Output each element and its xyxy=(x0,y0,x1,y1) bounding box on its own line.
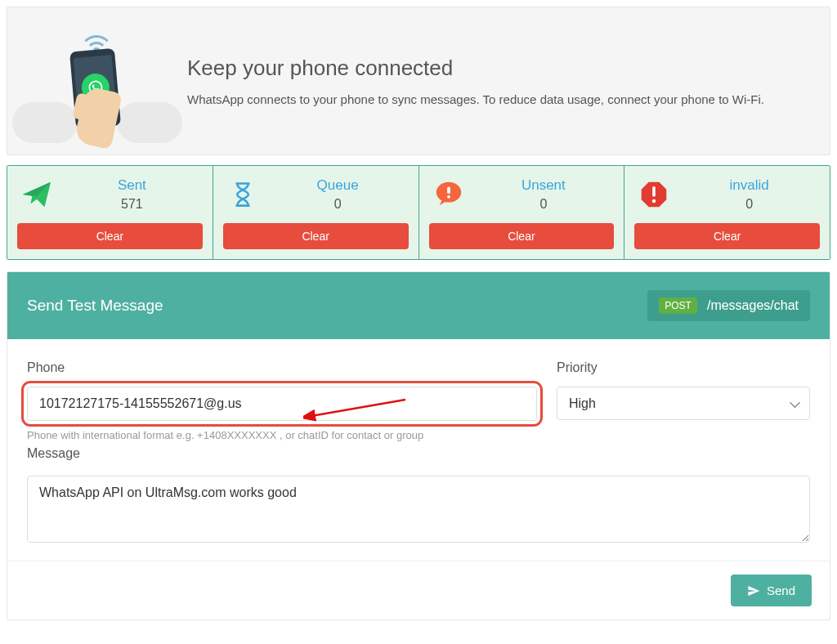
stat-value: 571 xyxy=(65,197,199,212)
svg-rect-4 xyxy=(652,186,656,197)
phone-label: Phone xyxy=(27,360,537,375)
stats-row: Sent 571 Clear Queue 0 Clear Unsent 0 xyxy=(7,165,830,260)
svg-point-5 xyxy=(652,199,656,203)
clear-button[interactable]: Clear xyxy=(17,223,203,249)
message-textarea[interactable] xyxy=(27,476,810,543)
endpoint-box: POST /messages/chat xyxy=(647,290,810,321)
phone-input[interactable] xyxy=(27,387,537,421)
hourglass-icon xyxy=(226,178,259,211)
svg-rect-1 xyxy=(447,187,450,195)
send-test-message-panel: Send Test Message POST /messages/chat Ph… xyxy=(7,271,830,620)
phone-help-text: Phone with international format e.g. +14… xyxy=(27,429,537,441)
banner-title: Keep your phone connected xyxy=(187,56,764,81)
priority-field-group: Priority High xyxy=(557,360,810,441)
phone-illustration xyxy=(32,24,163,138)
stat-title: Sent xyxy=(65,177,199,194)
clear-button[interactable]: Clear xyxy=(634,223,820,249)
phone-field-group: Phone Phone with international format e.… xyxy=(27,360,537,441)
panel-footer: Send xyxy=(7,561,830,619)
paper-plane-icon xyxy=(747,584,760,597)
send-button-label: Send xyxy=(767,584,795,597)
send-button[interactable]: Send xyxy=(731,575,812,606)
stop-icon xyxy=(638,178,670,211)
panel-header: Send Test Message POST /messages/chat xyxy=(7,272,830,339)
clear-button[interactable]: Clear xyxy=(429,223,615,249)
clear-button[interactable]: Clear xyxy=(223,223,409,249)
paper-plane-icon xyxy=(20,178,53,211)
stat-title: Queue xyxy=(271,177,405,194)
stat-card-unsent: Unsent 0 Clear xyxy=(419,166,625,259)
message-label: Message xyxy=(27,446,810,461)
stat-value: 0 xyxy=(477,197,611,212)
stat-title: Unsent xyxy=(477,177,611,194)
stat-value: 0 xyxy=(682,197,817,212)
stat-card-queue: Queue 0 Clear xyxy=(213,166,419,259)
alert-bubble-icon xyxy=(432,178,465,211)
priority-select[interactable]: High xyxy=(557,387,810,420)
stat-card-sent: Sent 571 Clear xyxy=(7,166,213,259)
connection-banner: Keep your phone connected WhatsApp conne… xyxy=(7,7,830,155)
stat-card-invalid: invalid 0 Clear xyxy=(624,166,830,259)
endpoint-path: /messages/chat xyxy=(707,298,799,313)
stat-value: 0 xyxy=(271,197,405,212)
panel-title: Send Test Message xyxy=(27,297,163,315)
stat-title: invalid xyxy=(682,177,817,194)
svg-point-2 xyxy=(447,195,450,199)
method-badge: POST xyxy=(659,297,697,314)
banner-subtitle: WhatsApp connects to your phone to sync … xyxy=(187,92,764,106)
priority-label: Priority xyxy=(557,360,810,375)
